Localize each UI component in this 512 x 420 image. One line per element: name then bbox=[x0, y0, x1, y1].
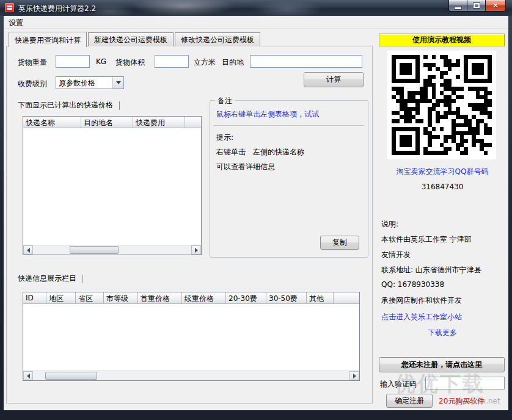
scroll-right-arrow[interactable] bbox=[191, 245, 201, 255]
captcha-input[interactable] bbox=[425, 377, 505, 389]
scroll-right-arrow[interactable] bbox=[349, 371, 359, 380]
results-table: 快递名称 目的地名 快递费用 bbox=[23, 116, 202, 255]
column-header-other[interactable]: 其他 bbox=[307, 292, 334, 304]
column-header-destination[interactable]: 目的地名 bbox=[81, 117, 133, 128]
price-level-select[interactable]: 原参数价格 bbox=[56, 76, 124, 89]
qr-code bbox=[387, 51, 496, 159]
tip-line-2: 可以查看详细信息 bbox=[216, 162, 275, 172]
column-header-filler bbox=[334, 292, 359, 304]
qq-group-link[interactable]: 淘宝卖家交流学习QQ群号码 bbox=[378, 167, 507, 177]
column-header-fee[interactable]: 快递费用 bbox=[133, 117, 185, 128]
column-header-express-name[interactable]: 快递名称 bbox=[23, 117, 81, 128]
tip-line-1: 右键单击 左侧的快递名称 bbox=[216, 147, 304, 158]
captcha-label: 输入验证码 bbox=[380, 379, 417, 389]
about-line-3: 联系地址: 山东省德州市宁津县 bbox=[381, 265, 481, 275]
column-header-city-level[interactable]: 市等级 bbox=[104, 292, 138, 304]
remarks-separator bbox=[214, 125, 364, 126]
column-header-region[interactable]: 地区 bbox=[46, 292, 76, 304]
window-controls: ✕ bbox=[448, 0, 506, 12]
app-icon bbox=[5, 3, 14, 12]
weight-label: 货物重量 bbox=[18, 57, 47, 68]
tab-strip: 快递费用查询和计算 新建快递公司运费模板 修改快递公司运费模板 bbox=[9, 33, 261, 46]
scrollbar-thumb[interactable] bbox=[45, 372, 97, 380]
about-line-1: 本软件由英乐工作室 宁津部 bbox=[381, 234, 472, 245]
remarks-caption: 备注 bbox=[215, 96, 235, 106]
caption-divider bbox=[119, 101, 120, 110]
scrollbar-track[interactable] bbox=[33, 245, 191, 255]
column-header-fee-20-30[interactable]: 20-30费 bbox=[226, 292, 266, 304]
left-arrow-icon bbox=[27, 248, 30, 253]
express-info-hscrollbar[interactable] bbox=[23, 371, 359, 380]
column-header-filler bbox=[185, 117, 201, 128]
download-more-link[interactable]: 下载更多 bbox=[378, 328, 507, 338]
tab-fee-query[interactable]: 快递费用查询和计算 bbox=[9, 32, 87, 47]
column-header-first-weight[interactable]: 首重价格 bbox=[138, 292, 182, 304]
studio-site-link[interactable]: 点击进入英乐工作室小站 bbox=[381, 312, 462, 322]
buy-price-text: 20元购买软件 bbox=[439, 396, 485, 407]
chevron-down-icon[interactable] bbox=[112, 77, 123, 89]
window-title: 英乐快递费用计算器2.2 bbox=[18, 4, 96, 14]
maximize-button[interactable] bbox=[467, 0, 485, 12]
right-arrow-icon bbox=[195, 248, 198, 253]
confirm-register-button[interactable]: 确定注册 bbox=[386, 394, 433, 408]
volume-unit-label: 立方米 bbox=[194, 57, 216, 68]
register-button[interactable]: 您还未注册，请点击这里 bbox=[379, 357, 505, 372]
express-info-table: ID 地区 省区 市等级 首重价格 续重价格 20-30费 30-50费 其他 bbox=[23, 292, 360, 381]
maximize-icon bbox=[474, 3, 480, 8]
caption-divider bbox=[82, 275, 83, 283]
left-arrow-icon bbox=[27, 374, 30, 378]
weight-input[interactable] bbox=[56, 55, 90, 68]
scroll-left-arrow[interactable] bbox=[23, 245, 33, 255]
results-table-body[interactable] bbox=[23, 128, 201, 245]
tips-title: 提示: bbox=[216, 132, 233, 143]
about-title: 说明: bbox=[381, 219, 398, 230]
title-bar: 英乐快递费用计算器2.2 ✕ bbox=[0, 0, 512, 16]
express-info-caption: 快递信息展示栏目 bbox=[18, 273, 83, 284]
tutorial-video-button[interactable]: 使用演示教程视频 bbox=[379, 34, 505, 46]
right-arrow-icon bbox=[353, 374, 356, 378]
calculate-button[interactable]: 计算 bbox=[304, 72, 364, 87]
volume-input[interactable] bbox=[155, 55, 189, 68]
volume-label: 货物体积 bbox=[115, 57, 145, 68]
menu-bar: 设置 bbox=[4, 16, 508, 29]
qq-group-number: 316847430 bbox=[378, 183, 507, 191]
remarks-groupbox: 备注 鼠标右键单击左侧表格项，试试 提示: 右键单击 左侧的快递名称 可以查看详… bbox=[210, 100, 368, 258]
about-line-2: 友情开发 bbox=[381, 250, 411, 260]
column-header-id[interactable]: ID bbox=[23, 292, 46, 304]
minimize-button[interactable] bbox=[448, 0, 467, 12]
column-header-fee-30-50[interactable]: 30-50费 bbox=[266, 292, 307, 304]
scrollbar-track[interactable] bbox=[33, 371, 349, 380]
results-hscrollbar[interactable] bbox=[23, 245, 201, 255]
client-area: 快递费用查询和计算 新建快递公司运费模板 修改快递公司运费模板 货物重量 KG … bbox=[4, 29, 508, 410]
results-caption: 下面显示已计算出的快递价格 bbox=[18, 100, 120, 110]
weight-unit-label: KG bbox=[96, 57, 106, 66]
express-info-table-body[interactable] bbox=[23, 304, 359, 371]
minimize-icon bbox=[454, 7, 462, 10]
close-icon: ✕ bbox=[492, 1, 499, 10]
about-line-5: 承接网店制作和软件开发 bbox=[381, 295, 462, 306]
close-button[interactable]: ✕ bbox=[485, 0, 506, 12]
scrollbar-thumb[interactable] bbox=[70, 246, 119, 254]
destination-label: 目的地 bbox=[222, 57, 244, 68]
tab-page-fee-query: 货物重量 KG 货物体积 立方米 目的地 收费级别 原参数价格 计算 下面显示已… bbox=[6, 46, 373, 404]
remarks-hint-link[interactable]: 鼠标右键单击左侧表格项，试试 bbox=[216, 109, 319, 120]
menu-item-settings[interactable]: 设置 bbox=[4, 16, 28, 30]
express-info-table-header: ID 地区 省区 市等级 首重价格 续重价格 20-30费 30-50费 其他 bbox=[23, 292, 359, 304]
price-level-value: 原参数价格 bbox=[59, 78, 111, 89]
column-header-province[interactable]: 省区 bbox=[76, 292, 104, 304]
results-table-header: 快递名称 目的地名 快递费用 bbox=[23, 117, 201, 128]
scroll-left-arrow[interactable] bbox=[23, 371, 33, 380]
copy-button[interactable]: 复制 bbox=[320, 236, 359, 250]
tab-new-template[interactable]: 新建快递公司运费模板 bbox=[88, 32, 174, 46]
price-level-label: 收费级别 bbox=[18, 79, 47, 89]
about-line-4: QQ: 1678930338 bbox=[381, 280, 444, 289]
column-header-additional-weight[interactable]: 续重价格 bbox=[182, 292, 226, 304]
tab-edit-template[interactable]: 修改快递公司运费模板 bbox=[175, 32, 260, 46]
destination-input[interactable] bbox=[250, 55, 362, 68]
app-window: 英乐快递费用计算器2.2 ✕ 设置 快递费用查询和计算 新建快递公司运费模板 修… bbox=[0, 0, 512, 420]
